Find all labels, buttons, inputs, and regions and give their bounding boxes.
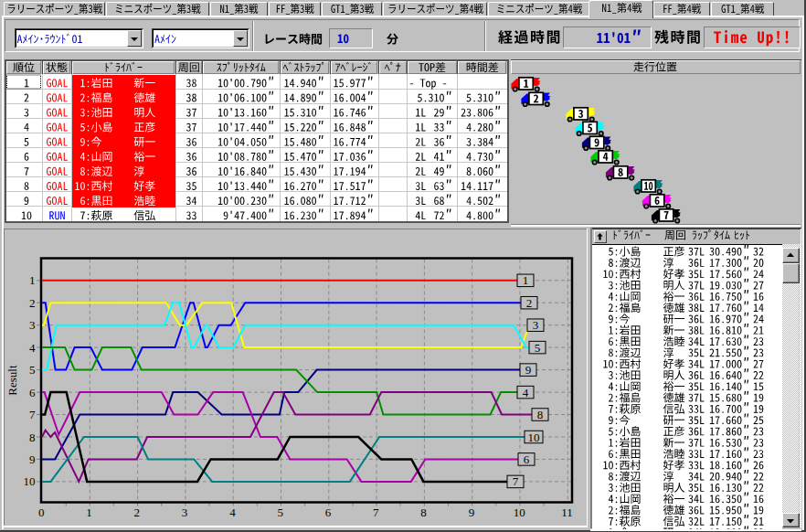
svg-text:7: 7 xyxy=(373,505,379,519)
svg-text:8: 8 xyxy=(29,431,36,444)
svg-text:7: 7 xyxy=(513,474,519,488)
svg-text:4: 4 xyxy=(29,341,36,355)
svg-text:4: 4 xyxy=(523,386,529,399)
svg-text:9: 9 xyxy=(469,505,475,519)
svg-text:9: 9 xyxy=(29,452,36,466)
svg-text:0: 0 xyxy=(38,505,45,519)
svg-text:5: 5 xyxy=(277,505,283,519)
svg-text:2: 2 xyxy=(526,296,533,310)
svg-text:2: 2 xyxy=(29,296,36,310)
svg-text:7: 7 xyxy=(29,408,36,421)
svg-text:6: 6 xyxy=(524,452,530,466)
svg-text:1: 1 xyxy=(523,273,529,287)
svg-text:5: 5 xyxy=(535,341,541,355)
svg-text:10: 10 xyxy=(514,505,525,519)
svg-text:2: 2 xyxy=(134,505,141,519)
svg-text:6: 6 xyxy=(29,386,36,399)
svg-text:9: 9 xyxy=(525,363,532,377)
svg-text:8: 8 xyxy=(420,505,427,519)
svg-text:10: 10 xyxy=(24,474,36,488)
svg-text:1: 1 xyxy=(86,505,92,519)
svg-text:Result: Result xyxy=(5,365,19,396)
svg-text:10: 10 xyxy=(528,431,540,444)
svg-text:11: 11 xyxy=(561,505,573,519)
svg-text:3: 3 xyxy=(533,318,539,332)
svg-text:8: 8 xyxy=(537,408,544,421)
svg-text:3: 3 xyxy=(29,318,36,332)
svg-text:4: 4 xyxy=(229,505,236,519)
svg-text:5: 5 xyxy=(29,363,36,377)
svg-text:1: 1 xyxy=(29,273,36,287)
svg-text:6: 6 xyxy=(325,505,332,519)
svg-text:3: 3 xyxy=(182,505,188,519)
